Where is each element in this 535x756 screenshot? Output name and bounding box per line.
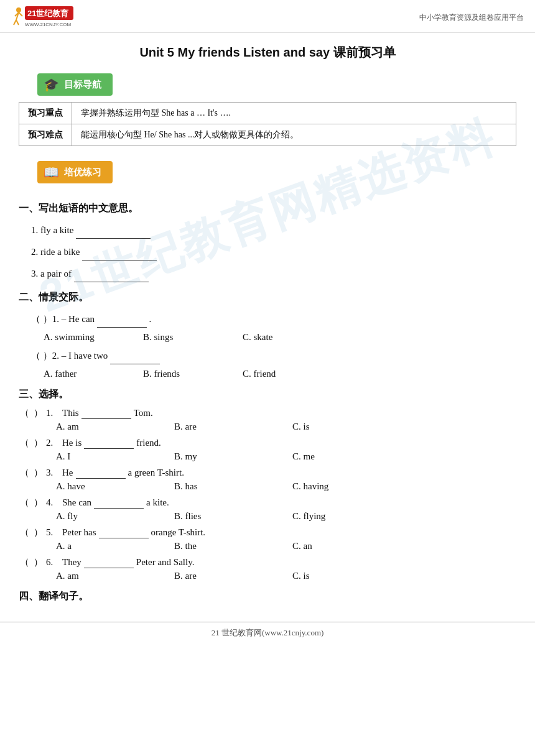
nav-badge-label: 目标导航 (64, 79, 101, 91)
s3q5-num: 5. (46, 527, 60, 538)
svg-line-2 (14, 20, 16, 25)
s3q3-options: A. have B. has C. having (56, 481, 516, 492)
s3q3-blank[interactable] (76, 468, 126, 479)
main-content: 一、写出短语的中文意思。 1. fly a kite 2. ride a bik… (0, 202, 535, 603)
s3q3-text: He (62, 468, 73, 478)
preview-label-2: 预习难点 (19, 124, 72, 146)
s3q6: （ ） 6. They Peter and Sally. A. am B. ar… (19, 556, 516, 581)
section1-item-1: 1. fly a kite (31, 221, 516, 239)
practice-badge-label: 培优练习 (64, 167, 101, 178)
s3q4-rest: a kite. (146, 497, 169, 508)
preview-row-2: 预习难点 能运用核心句型 He/ She has ...对人或物做更具体的介绍。 (19, 124, 516, 146)
s3q5-blank[interactable] (99, 527, 149, 538)
page-title: Unit 5 My friends Listen and say 课前预习单 (0, 33, 535, 67)
page-footer: 21 世纪教育网(www.21cnjy.com) (0, 622, 535, 642)
section1-item-3: 3. a pair of (31, 265, 516, 282)
s2q1-optC: C. skate (243, 332, 342, 343)
section3-title: 三、选择。 (19, 388, 516, 401)
preview-content-2: 能运用核心句型 He/ She has ...对人或物做更具体的介绍。 (72, 124, 516, 146)
s2q1-optB: B. sings (143, 332, 243, 343)
section2-title: 二、情景交际。 (19, 291, 516, 304)
page-header: 21世纪教育 WWW.21CNJY.COM 中小学教育资源及组卷应用平台 (0, 0, 535, 33)
s2q2-prefix: （ ）2. – I have two (31, 351, 108, 361)
s3q3-optB: B. has (174, 481, 292, 492)
s2q1-options: A. swimming B. sings C. skate (44, 332, 516, 343)
s3q6-optB: B. are (174, 571, 292, 581)
s3q3-rest: a green T-shirt. (128, 468, 184, 478)
s3q6-options: A. am B. are C. is (56, 571, 516, 581)
s2q2-optA: A. father (44, 369, 143, 379)
s3q4-text: She can (62, 497, 91, 508)
section2-q2: （ ）2. – I have two A. father B. friends … (19, 347, 516, 379)
blank-2[interactable] (82, 243, 157, 260)
s3q3: （ ） 3. He a green T-shirt. A. have B. ha… (19, 467, 516, 492)
s3q4-optB: B. flies (174, 511, 292, 522)
s3q5-optB: B. the (174, 541, 292, 551)
s3q6-text: They (62, 557, 81, 568)
s3q1-optB: B. are (174, 422, 292, 432)
s3q5-rest: orange T-shirt. (151, 527, 206, 538)
s3q1-bracket: （ (19, 407, 30, 419)
preview-content-1: 掌握并熟练运用句型 She has a … It's …. (72, 103, 516, 124)
section2-q1: （ ）1. – He can . A. swimming B. sings C.… (19, 310, 516, 343)
s3q1: （ ） 1. This Tom. A. am B. are C. is (19, 407, 516, 432)
svg-line-4 (19, 12, 22, 16)
s3q5: （ ） 5. Peter has orange T-shirt. A. a B.… (19, 527, 516, 551)
blank-1[interactable] (76, 221, 151, 239)
s3q3-num: 3. (46, 468, 60, 478)
s3q4-num: 4. (46, 497, 60, 508)
s3q5-text: Peter has (62, 527, 96, 538)
s2q1-blank[interactable] (97, 310, 147, 328)
s2q2-optB: B. friends (143, 369, 243, 379)
svg-text:WWW.21CNJY.COM: WWW.21CNJY.COM (25, 22, 71, 27)
svg-point-0 (16, 7, 21, 12)
s3q1-blank[interactable] (81, 408, 131, 419)
s3q3-optC: C. having (292, 481, 411, 492)
logo-area: 21世纪教育 WWW.21CNJY.COM (7, 5, 76, 30)
s3q4-options: A. fly B. flies C. flying (56, 511, 516, 522)
s2q1-suffix: . (149, 314, 152, 324)
s3q6-optA: A. am (56, 571, 174, 581)
footer-text: 21 世纪教育网(www.21cnjy.com) (212, 628, 324, 637)
s3q4-optC: C. flying (292, 511, 411, 522)
s2q2-options: A. father B. friends C. friend (44, 369, 516, 379)
s3q4: （ ） 4. She can a kite. A. fly B. flies C… (19, 497, 516, 522)
site-description: 中小学教育资源及组卷应用平台 (419, 12, 524, 23)
s3q5-options: A. a B. the C. an (56, 541, 516, 551)
nav-badge: 🎓 目标导航 (37, 73, 113, 96)
s3q1-rest: Tom. (134, 408, 153, 418)
s3q6-blank[interactable] (84, 557, 134, 568)
s3q1-optA: A. am (56, 422, 174, 432)
s3q3-optA: A. have (56, 481, 174, 492)
blank-3[interactable] (74, 265, 149, 282)
section4-title: 四、翻译句子。 (19, 590, 516, 603)
s3q4-optA: A. fly (56, 511, 174, 522)
s2q1-optA: A. swimming (44, 332, 143, 343)
s2q1-prefix: （ ）1. – He can (31, 314, 95, 324)
practice-badge-icon: 📖 (44, 165, 59, 180)
badge-icon: 🎓 (44, 77, 59, 92)
s3q1-text: This (62, 408, 79, 418)
s2q2-blank[interactable] (110, 347, 160, 364)
s3q2-blank[interactable] (84, 438, 134, 449)
svg-text:21世纪教育: 21世纪教育 (27, 9, 69, 18)
preview-table: 预习重点 掌握并熟练运用句型 She has a … It's …. 预习难点 … (19, 102, 516, 146)
s3q6-rest: Peter and Sally. (136, 557, 195, 568)
s3q5-optA: A. a (56, 541, 174, 551)
s3q2-optA: A. I (56, 451, 174, 462)
s3q2: （ ） 2. He is friend. A. I B. my C. me (19, 437, 516, 462)
s3q4-blank[interactable] (94, 497, 144, 509)
section1-item-2: 2. ride a bike (31, 243, 516, 260)
s3q1-optC: C. is (292, 422, 411, 432)
s3q2-options: A. I B. my C. me (56, 451, 516, 462)
s3q6-num: 6. (46, 557, 60, 568)
preview-label-1: 预习重点 (19, 103, 72, 124)
preview-row-1: 预习重点 掌握并熟练运用句型 She has a … It's …. (19, 103, 516, 124)
s3q1-options: A. am B. are C. is (56, 422, 516, 432)
s3q2-optB: B. my (174, 451, 292, 462)
s3q6-optC: C. is (292, 571, 411, 581)
logo-icon: 21世纪教育 WWW.21CNJY.COM (7, 5, 76, 30)
s3q2-optC: C. me (292, 451, 411, 462)
s3q5-optC: C. an (292, 541, 411, 551)
s3q2-num: 2. (46, 438, 60, 448)
